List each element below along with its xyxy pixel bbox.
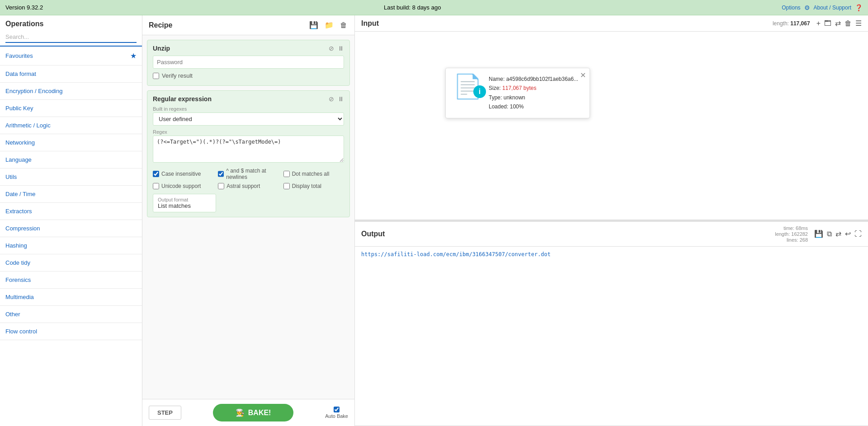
and-dollar-checkbox[interactable] [218,171,224,177]
sidebar-item-extractors[interactable]: Extractors [0,203,142,220]
open-recipe-button[interactable]: 📁 [324,20,335,30]
options-link[interactable]: Options [782,5,800,11]
sidebar-item-arithmetic-logic[interactable]: Arithmetic / Logic [0,117,142,134]
sidebar-header: Operations [0,15,142,47]
output-expand-button[interactable]: ⛶ [854,230,862,238]
dot-matches-all-checkbox[interactable] [283,171,290,177]
case-insensitive-cell: Case insensitive [153,168,213,180]
output-copy-button[interactable]: ⧉ [827,230,832,238]
sidebar-item-multimedia[interactable]: Multimedia [0,289,142,306]
file-info-badge: i [473,85,486,98]
display-total-label: Display total [292,183,321,189]
io-panels: Input length: 117,067 + 🗔 ⇄ 🗑 ☰ [355,15,868,426]
search-wrap [5,32,137,43]
help-icon[interactable]: ❓ [855,4,863,11]
input-new-tab-button[interactable]: 🗔 [824,19,831,28]
output-time-row: time: 68ms [783,225,808,231]
step-button[interactable]: STEP [149,406,181,420]
regex-disable-button[interactable]: ⊘ [329,95,334,103]
bake-button[interactable]: 👨‍🍳 BAKE! [213,404,294,421]
sidebar-item-favourites[interactable]: Favourites ★ [0,47,142,66]
astral-support-label: Astral support [226,183,260,189]
verify-result-row: Verify result [153,72,344,79]
built-in-regexes-select[interactable]: User defined [153,112,344,126]
case-insensitive-label: Case insensitive [161,171,201,177]
output-undo-button[interactable]: ↩ [845,229,851,238]
recipe-panel: Recipe 💾 📁 🗑 Unzip ⊘ ⏸ [142,15,355,426]
recipe-title: Recipe [149,21,172,29]
file-loaded-row: Loaded: 100% [489,102,578,111]
input-clear-button[interactable]: 🗑 [844,19,852,28]
sidebar-item-utils[interactable]: Utils [0,169,142,186]
regex-pause-button[interactable]: ⏸ [338,95,344,103]
dot-matches-all-label: Dot matches all [292,171,330,177]
bake-icon: 👨‍🍳 [236,408,245,417]
close-file-card-button[interactable]: ✕ [580,71,586,80]
sidebar-item-other[interactable]: Other [0,306,142,323]
sidebar-item-label: Favourites [5,52,33,59]
file-name-row: Name: a4598c6d9bb102f1aeb36a6... [489,75,578,84]
input-header-icons: + 🗔 ⇄ 🗑 ☰ [816,19,862,28]
star-icon: ★ [130,51,137,60]
case-insensitive-checkbox[interactable] [153,171,159,177]
verify-result-checkbox[interactable] [153,73,159,79]
input-expand-button[interactable]: ☰ [855,19,862,28]
unzip-password-row [153,56,344,69]
input-swap-button[interactable]: ⇄ [835,19,841,28]
astral-support-checkbox[interactable] [218,183,224,189]
output-text: https://safiliti-load.com/ecm/ibm/316634… [361,251,862,257]
sidebar-item-language[interactable]: Language [0,151,142,169]
sidebar-item-networking[interactable]: Networking [0,134,142,151]
unzip-password-input[interactable] [153,56,344,69]
sidebar-item-date-time[interactable]: Date / Time [0,186,142,203]
search-input[interactable] [5,32,137,43]
sidebar-item-flow-control[interactable]: Flow control [0,323,142,340]
unicode-support-checkbox[interactable] [153,183,159,189]
input-length-label: length: 117,067 [773,20,810,27]
output-title: Output [361,230,385,238]
delete-recipe-button[interactable]: 🗑 [339,20,348,30]
unzip-controls: ⊘ ⏸ [329,45,344,52]
output-length-row: length: 162282 [775,231,808,237]
auto-bake-checkbox[interactable] [334,407,340,412]
topbar: Version 9.32.2 Last build: 8 days ago Op… [0,0,868,15]
output-body: https://safiliti-load.com/ecm/ibm/316634… [355,247,868,426]
input-title: Input [361,19,379,28]
output-save-button[interactable]: 💾 [814,229,823,238]
output-meta: time: 68ms length: 162282 lines: 268 [775,225,808,243]
options-about: Options ⚙ About / Support ❓ [782,4,863,11]
last-build-label: Last build: 8 days ago [384,4,441,11]
about-support-link[interactable]: About / Support [814,5,851,11]
regex-title: Regular expression [153,95,212,103]
sidebar-item-public-key[interactable]: Public Key [0,100,142,117]
sidebar-item-compression[interactable]: Compression [0,220,142,237]
output-format-value: List matches [158,202,211,209]
unicode-support-cell: Unicode support [153,183,213,189]
auto-bake-label: Auto Bake [325,413,348,419]
save-recipe-button[interactable]: 💾 [308,20,319,30]
and-dollar-label: ^ and $ match at newlines [226,168,278,180]
input-add-button[interactable]: + [816,19,821,28]
output-format-label: Output format [158,197,211,202]
regex-label: Regex [153,129,344,135]
unzip-disable-button[interactable]: ⊘ [329,45,334,52]
output-swap-button[interactable]: ⇄ [835,229,841,238]
and-dollar-cell: ^ and $ match at newlines [218,168,278,180]
unzip-pause-button[interactable]: ⏸ [338,45,344,52]
gear-icon[interactable]: ⚙ [804,4,810,11]
output-panel: Output time: 68ms length: 162282 lines: [355,222,868,426]
sidebar-item-data-format[interactable]: Data format [0,66,142,83]
regex-textarea[interactable]: (?<=Target\=")(.*)?(?="\<span style="col… [153,136,344,163]
input-panel-header: Input length: 117,067 + 🗔 ⇄ 🗑 ☰ [355,15,868,32]
display-total-checkbox[interactable] [283,183,290,189]
sidebar-item-code-tidy[interactable]: Code tidy [0,254,142,272]
sidebar-item-encryption-encoding[interactable]: Encryption / Encoding [0,83,142,100]
built-in-regexes-row: Built in regexes User defined [153,106,344,126]
file-info-text: Name: a4598c6d9bb102f1aeb36a6... Size: 1… [489,75,578,112]
regex-options-grid: Case insensitive ^ and $ match at newlin… [153,168,344,189]
sidebar-item-forensics[interactable]: Forensics [0,272,142,289]
built-in-regexes-label: Built in regexes [153,106,344,112]
sidebar-title: Operations [5,20,137,28]
sidebar-item-hashing[interactable]: Hashing [0,237,142,254]
regex-block: Regular expression ⊘ ⏸ Built in regexes … [147,90,350,217]
